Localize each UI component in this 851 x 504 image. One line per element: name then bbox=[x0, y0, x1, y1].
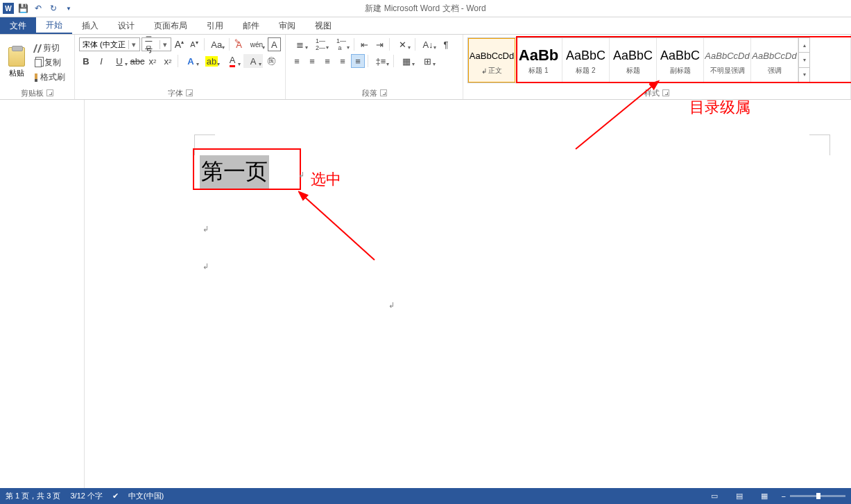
increase-indent-button[interactable]: ⇥ bbox=[372, 37, 386, 51]
sort-button[interactable]: A↓ bbox=[418, 37, 438, 51]
style-item-normal[interactable]: AaBbCcDd ↲正文 bbox=[468, 38, 515, 82]
clipboard-group-label: 剪贴板 bbox=[21, 88, 44, 98]
style-item-heading2[interactable]: AaBbC 标题 2 bbox=[562, 38, 610, 82]
gallery-scroll-up[interactable]: ▴ bbox=[799, 38, 809, 53]
style-name: 不明显强调 bbox=[710, 66, 745, 76]
clear-format-button[interactable]: A✎ bbox=[232, 37, 246, 51]
justify-button[interactable]: ≡ bbox=[336, 54, 350, 68]
font-name-combo[interactable]: 宋体 (中文正▾ bbox=[79, 37, 140, 51]
redo-button[interactable]: ↻ bbox=[47, 2, 60, 15]
font-size-combo[interactable]: 二号▾ bbox=[141, 37, 171, 51]
tab-file[interactable]: 文件 bbox=[0, 17, 36, 34]
status-language[interactable]: 中文(中国) bbox=[128, 491, 164, 501]
clipboard-dialog-launcher[interactable] bbox=[46, 89, 53, 96]
font-color-button[interactable]: A bbox=[223, 54, 242, 68]
font-dialog-launcher[interactable] bbox=[186, 89, 193, 96]
grow-font-button[interactable]: A▴ bbox=[173, 37, 186, 51]
zoom-slider[interactable] bbox=[790, 495, 845, 497]
line-spacing-button[interactable]: ‡≡ bbox=[371, 54, 390, 68]
status-bar: 第 1 页，共 3 页 3/12 个字 ✔ 中文(中国) ▭ ▤ ▦ − bbox=[0, 488, 851, 504]
selected-text[interactable]: 第一页 bbox=[200, 155, 269, 189]
shading-button[interactable]: ▦ bbox=[397, 54, 416, 68]
bold-button[interactable]: B bbox=[79, 54, 93, 68]
highlight-button[interactable]: ab bbox=[202, 54, 221, 68]
phonetic-guide-button[interactable]: wén bbox=[247, 37, 266, 51]
distribute-button[interactable]: ≡ bbox=[351, 54, 365, 68]
style-preview: AaBbC bbox=[566, 45, 605, 66]
tab-layout[interactable]: 页面布局 bbox=[144, 17, 197, 34]
style-item-title[interactable]: AaBbC 标题 bbox=[610, 38, 657, 82]
style-preview: AaBbC bbox=[613, 45, 653, 66]
undo-button[interactable]: ↶ bbox=[32, 2, 44, 15]
styles-dialog-launcher[interactable] bbox=[662, 89, 669, 96]
char-shading-button[interactable]: A bbox=[243, 54, 263, 68]
align-left-button[interactable]: ≡ bbox=[290, 54, 304, 68]
asian-layout-button[interactable]: ✕ bbox=[393, 37, 412, 51]
style-item-heading1[interactable]: AaBb 标题 1 bbox=[515, 38, 562, 82]
status-words[interactable]: 3/12 个字 bbox=[70, 491, 102, 501]
gallery-scroll-down[interactable]: ▾ bbox=[799, 53, 809, 67]
enclose-char-button[interactable]: ㊩ bbox=[264, 54, 278, 68]
styles-gallery: AaBbCcDd ↲正文 AaBb 标题 1 AaBbC 标题 2 AaBbC … bbox=[467, 37, 810, 83]
tab-review[interactable]: 审阅 bbox=[269, 17, 305, 34]
copy-icon bbox=[35, 59, 42, 67]
document-page[interactable]: 第一页 ↲ ↲ ↲ ↲ bbox=[85, 100, 851, 488]
status-proofing-icon[interactable]: ✔ bbox=[112, 492, 119, 501]
pilcrow-icon: ↲ bbox=[481, 67, 487, 75]
text-effects-button[interactable]: A bbox=[181, 54, 200, 68]
word-app-icon: W bbox=[3, 3, 14, 14]
subscript-button[interactable]: x2 bbox=[146, 54, 160, 68]
change-case-button[interactable]: Aa bbox=[207, 37, 226, 51]
style-item-subtle-emphasis[interactable]: AaBbCcDd 不明显强调 bbox=[704, 38, 751, 82]
tab-references[interactable]: 引用 bbox=[197, 17, 233, 34]
show-marks-button[interactable]: ¶ bbox=[439, 37, 453, 51]
cut-label: 剪切 bbox=[43, 42, 60, 54]
align-right-button[interactable]: ≡ bbox=[320, 54, 334, 68]
tab-mailings[interactable]: 邮件 bbox=[233, 17, 269, 34]
gallery-more[interactable]: ▾ bbox=[799, 68, 809, 82]
bullets-button[interactable]: ≣ bbox=[290, 37, 309, 51]
paragraph-group-label: 段落 bbox=[362, 88, 377, 98]
status-page[interactable]: 第 1 页，共 3 页 bbox=[6, 491, 60, 501]
paragraph-dialog-launcher[interactable] bbox=[380, 89, 387, 96]
view-print-layout[interactable]: ▤ bbox=[732, 491, 747, 502]
tab-view[interactable]: 视图 bbox=[305, 17, 341, 34]
view-read-mode[interactable]: ▭ bbox=[707, 491, 722, 502]
ribbon: 粘贴 剪切 复制 格式刷 剪贴板 宋体 (中文正▾ 二号▾ A▴ A▾ Aa A… bbox=[0, 35, 851, 100]
styles-group-label: 样式 bbox=[644, 88, 660, 98]
copy-button[interactable]: 复制 bbox=[32, 56, 68, 69]
style-item-emphasis[interactable]: AaBbCcDd 强调 bbox=[751, 38, 798, 82]
paragraph-mark-icon: ↲ bbox=[203, 225, 209, 234]
tab-design[interactable]: 设计 bbox=[108, 17, 144, 34]
group-font: 宋体 (中文正▾ 二号▾ A▴ A▾ Aa A✎ wén A B I U abc… bbox=[75, 35, 286, 99]
borders-button[interactable]: ⊞ bbox=[418, 54, 437, 68]
paragraph-mark-icon: ↲ bbox=[298, 171, 304, 180]
style-name: 标题 bbox=[626, 66, 640, 76]
char-border-button[interactable]: A bbox=[268, 37, 281, 51]
copy-label: 复制 bbox=[44, 57, 61, 69]
style-item-subtitle[interactable]: AaBbC 副标题 bbox=[657, 38, 704, 82]
multilevel-button[interactable]: 1— a bbox=[332, 37, 351, 51]
tab-home[interactable]: 开始 bbox=[36, 17, 72, 34]
align-center-button[interactable]: ≡ bbox=[305, 54, 319, 68]
paste-button[interactable]: 粘贴 bbox=[4, 37, 29, 88]
zoom-out-button[interactable]: − bbox=[782, 492, 786, 501]
superscript-button[interactable]: x2 bbox=[161, 54, 175, 68]
save-button[interactable]: 💾 bbox=[17, 2, 29, 15]
qat-dropdown[interactable]: ▼ bbox=[62, 2, 75, 15]
italic-button[interactable]: I bbox=[94, 54, 108, 68]
format-painter-button[interactable]: 格式刷 bbox=[32, 71, 68, 84]
group-styles: AaBbCcDd ↲正文 AaBb 标题 1 AaBbC 标题 2 AaBbC … bbox=[463, 35, 851, 99]
document-area: 第一页 ↲ ↲ ↲ ↲ bbox=[0, 100, 851, 488]
cut-button[interactable]: 剪切 bbox=[32, 42, 68, 55]
view-web-layout[interactable]: ▦ bbox=[757, 491, 772, 502]
paste-label: 粘贴 bbox=[9, 68, 24, 78]
tab-insert[interactable]: 插入 bbox=[72, 17, 108, 34]
shrink-font-button[interactable]: A▾ bbox=[187, 37, 200, 51]
zoom-control: − bbox=[782, 492, 845, 501]
numbering-button[interactable]: 1—2— bbox=[311, 37, 330, 51]
underline-button[interactable]: U bbox=[110, 54, 129, 68]
decrease-indent-button[interactable]: ⇤ bbox=[357, 37, 371, 51]
navigation-pane[interactable] bbox=[0, 100, 85, 488]
strike-button[interactable]: abc bbox=[130, 54, 144, 68]
